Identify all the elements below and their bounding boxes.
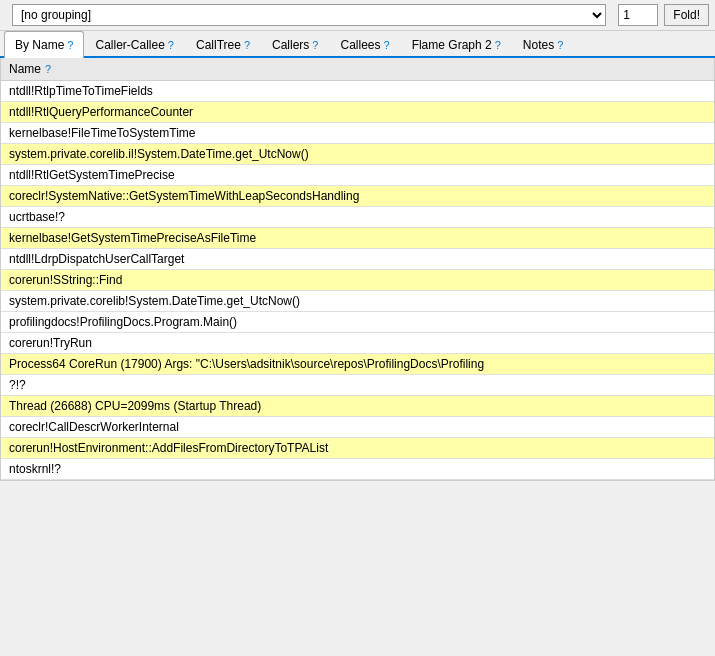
table-row[interactable]: Thread (26688) CPU=2099ms (Startup Threa… bbox=[1, 396, 714, 417]
tab-callers[interactable]: Callers ? bbox=[261, 31, 329, 58]
column-name-label: Name bbox=[9, 62, 41, 76]
table-row[interactable]: coreclr!SystemNative::GetSystemTimeWithL… bbox=[1, 186, 714, 207]
table-row[interactable]: kernelbase!FileTimeToSystemTime bbox=[1, 123, 714, 144]
table-row[interactable]: Process64 CoreRun (17900) Args: "C:\User… bbox=[1, 354, 714, 375]
table-row[interactable]: corerun!HostEnvironment::AddFilesFromDir… bbox=[1, 438, 714, 459]
table-row[interactable]: ntdll!RtlQueryPerformanceCounter bbox=[1, 102, 714, 123]
tab-callees[interactable]: Callees ? bbox=[329, 31, 400, 58]
tab-call-tree-help[interactable]: ? bbox=[244, 39, 250, 51]
tab-bar: By Name ? Caller-Callee ? CallTree ? Cal… bbox=[0, 31, 715, 58]
tab-notes-help[interactable]: ? bbox=[557, 39, 563, 51]
table-body: ntdll!RtlpTimeToTimeFieldsntdll!RtlQuery… bbox=[1, 81, 714, 480]
table-row[interactable]: system.private.corelib.il!System.DateTim… bbox=[1, 144, 714, 165]
table-row[interactable]: ntoskrnl!? bbox=[1, 459, 714, 480]
table-row[interactable]: ntdll!LdrpDispatchUserCallTarget bbox=[1, 249, 714, 270]
tab-caller-callee-help[interactable]: ? bbox=[168, 39, 174, 51]
table-row[interactable]: ?!? bbox=[1, 375, 714, 396]
table-row[interactable]: corerun!SString::Find bbox=[1, 270, 714, 291]
tab-flame-graph[interactable]: Flame Graph 2 ? bbox=[401, 31, 512, 58]
toolbar: [no grouping] Fold! bbox=[0, 0, 715, 31]
tab-caller-callee[interactable]: Caller-Callee ? bbox=[84, 31, 184, 58]
table-row[interactable]: profilingdocs!ProfilingDocs.Program.Main… bbox=[1, 312, 714, 333]
content-area: Name ? ntdll!RtlpTimeToTimeFieldsntdll!R… bbox=[0, 58, 715, 481]
table-row[interactable]: ntdll!RtlGetSystemTimePrecise bbox=[1, 165, 714, 186]
table-row[interactable]: system.private.corelib!System.DateTime.g… bbox=[1, 291, 714, 312]
tab-by-name-help[interactable]: ? bbox=[67, 39, 73, 51]
fold-button[interactable]: Fold! bbox=[664, 4, 709, 26]
table-row[interactable]: coreclr!CallDescrWorkerInternal bbox=[1, 417, 714, 438]
tab-call-tree[interactable]: CallTree ? bbox=[185, 31, 261, 58]
tab-notes[interactable]: Notes ? bbox=[512, 31, 574, 58]
table-row[interactable]: ucrtbase!? bbox=[1, 207, 714, 228]
table-header: Name ? bbox=[1, 58, 714, 81]
fold-percent-input[interactable] bbox=[618, 4, 658, 26]
tab-callers-help[interactable]: ? bbox=[312, 39, 318, 51]
tab-by-name[interactable]: By Name ? bbox=[4, 31, 84, 58]
column-name-help[interactable]: ? bbox=[45, 63, 51, 75]
group-pats-select[interactable]: [no grouping] bbox=[12, 4, 606, 26]
table-row[interactable]: ntdll!RtlpTimeToTimeFields bbox=[1, 81, 714, 102]
table-row[interactable]: corerun!TryRun bbox=[1, 333, 714, 354]
table-row[interactable]: kernelbase!GetSystemTimePreciseAsFileTim… bbox=[1, 228, 714, 249]
tab-flame-graph-help[interactable]: ? bbox=[495, 39, 501, 51]
tab-callees-help[interactable]: ? bbox=[384, 39, 390, 51]
